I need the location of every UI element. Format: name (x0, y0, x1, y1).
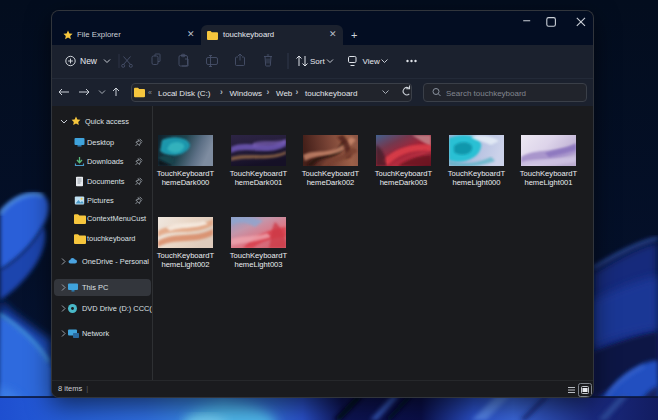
svg-text:Sort: Sort (310, 57, 325, 66)
svg-text:«: « (148, 89, 152, 96)
svg-text:Windows: Windows (230, 89, 262, 98)
svg-text:›: › (267, 87, 270, 97)
svg-text:New: New (80, 56, 98, 66)
svg-text:›: › (220, 87, 223, 97)
svg-text:View: View (363, 57, 380, 66)
svg-text:Search touchkeyboard: Search touchkeyboard (446, 89, 526, 98)
svg-text:›: › (296, 87, 299, 97)
svg-text:Local Disk (C:): Local Disk (C:) (158, 89, 211, 98)
svg-text:touchkeyboard: touchkeyboard (305, 89, 357, 98)
svg-text:Web: Web (276, 89, 293, 98)
